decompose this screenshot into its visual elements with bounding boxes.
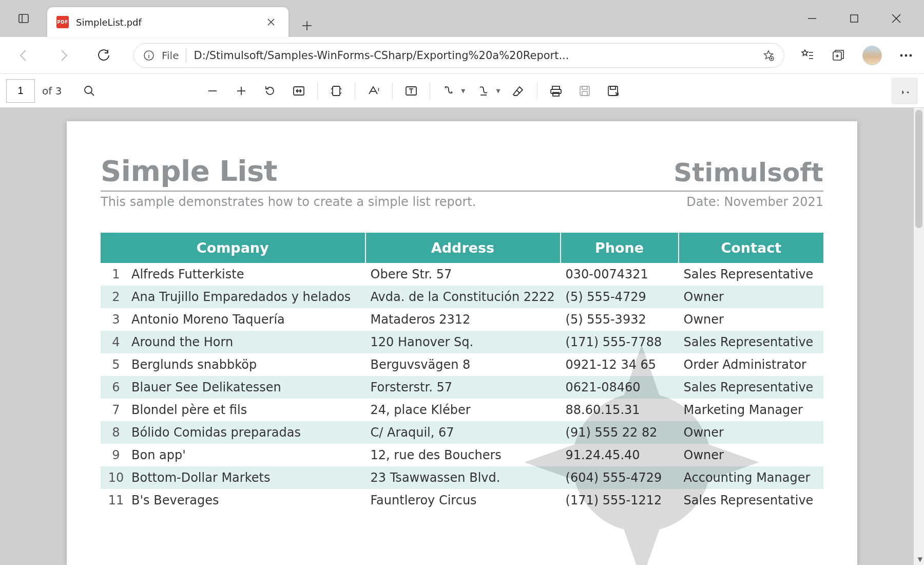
save-icon[interactable] <box>571 78 598 104</box>
favorite-icon[interactable] <box>762 49 775 62</box>
svg-rect-44 <box>608 86 618 96</box>
add-text-icon[interactable] <box>398 78 425 104</box>
report-date: Date: November 2021 <box>686 195 823 209</box>
settings-menu-icon[interactable] <box>899 53 913 58</box>
find-icon[interactable] <box>76 78 103 104</box>
report-title: Simple List <box>101 154 277 187</box>
column-header: Company <box>101 233 365 263</box>
cell-company: Berglunds snabbköp <box>131 353 365 376</box>
chevron-down-icon[interactable]: ▾ <box>496 86 500 96</box>
maximize-button[interactable] <box>847 11 861 26</box>
cell-address: Forsterstr. 57 <box>365 376 561 399</box>
row-index: 6 <box>101 376 131 399</box>
save-as-icon[interactable] <box>600 78 627 104</box>
svg-rect-31 <box>333 86 340 96</box>
site-info-icon[interactable] <box>143 50 155 61</box>
column-header: Contact <box>679 233 823 263</box>
cell-address: 120 Hanover Sq. <box>365 331 561 353</box>
table-row: 8Bólido Comidas preparadasC/ Araquil, 67… <box>101 421 823 444</box>
document-viewport[interactable]: Simple List Stimulsoft This sample demon… <box>0 108 924 565</box>
cell-address: Obere Str. 57 <box>365 263 561 286</box>
table-row: 4Around the Horn120 Hanover Sq.(171) 555… <box>101 331 823 353</box>
svg-point-24 <box>910 54 912 56</box>
row-index: 11 <box>101 489 131 512</box>
cell-phone: (5) 555-3932 <box>561 308 679 331</box>
row-index: 10 <box>101 466 131 489</box>
row-index: 5 <box>101 353 131 376</box>
row-index: 9 <box>101 444 131 466</box>
close-tab-icon[interactable] <box>263 14 279 30</box>
cell-contact: Owner <box>679 421 823 444</box>
close-window-button[interactable] <box>889 11 903 26</box>
page-number-input[interactable] <box>6 79 35 103</box>
pin-toolbar-icon[interactable] <box>891 78 918 104</box>
vertical-scrollbar[interactable]: ▼ <box>914 108 924 565</box>
highlight-icon[interactable] <box>470 78 497 104</box>
draw-icon[interactable] <box>435 78 462 104</box>
row-index: 3 <box>101 308 131 331</box>
cell-phone: (5) 555-4729 <box>561 286 679 308</box>
tab-actions-icon[interactable] <box>11 6 36 31</box>
browser-tab[interactable]: PDF SimpleList.pdf <box>47 7 288 37</box>
column-header: Address <box>365 233 561 263</box>
cell-contact: Owner <box>679 444 823 466</box>
svg-rect-42 <box>582 86 587 89</box>
cell-contact: Sales Representative <box>679 489 823 512</box>
pdf-file-icon: PDF <box>56 16 69 28</box>
pdf-page: Simple List Stimulsoft This sample demon… <box>67 121 857 565</box>
url-field[interactable]: File D:/Stimulsoft/Samples-WinForms-CSha… <box>133 43 784 68</box>
svg-rect-43 <box>582 91 587 96</box>
table-row: 9Bon app'12, rue des Bouchers91.24.45.40… <box>101 444 823 466</box>
svg-rect-41 <box>580 86 589 96</box>
page-view-icon[interactable] <box>323 78 350 104</box>
cell-phone: (91) 555 22 82 <box>561 421 679 444</box>
cell-contact: Sales Representative <box>679 376 823 399</box>
window-titlebar: PDF SimpleList.pdf <box>0 0 924 37</box>
row-index: 4 <box>101 331 131 353</box>
cell-company: Blondel père et fils <box>131 399 365 421</box>
scroll-down-icon[interactable]: ▼ <box>918 556 922 563</box>
svg-point-25 <box>85 86 92 93</box>
read-aloud-icon[interactable] <box>360 78 387 104</box>
zoom-out-icon[interactable] <box>199 78 226 104</box>
cell-company: Bólido Comidas preparadas <box>131 421 365 444</box>
svg-rect-7 <box>851 15 858 22</box>
zoom-in-icon[interactable] <box>228 78 255 104</box>
svg-line-26 <box>91 92 94 96</box>
collections-icon[interactable] <box>832 49 845 62</box>
chevron-down-icon[interactable]: ▾ <box>461 86 465 96</box>
forward-button[interactable] <box>51 43 76 68</box>
table-row: 1Alfreds FutterkisteObere Str. 57030-007… <box>101 263 823 286</box>
cell-address: 24, place Kléber <box>365 399 561 421</box>
url-scheme: File <box>162 49 179 62</box>
table-row: 7Blondel père et fils24, place Kléber88.… <box>101 399 823 421</box>
print-icon[interactable] <box>543 78 569 104</box>
fit-page-icon[interactable] <box>285 78 312 104</box>
tab-title: SimpleList.pdf <box>76 17 256 28</box>
minimize-button[interactable] <box>805 11 819 26</box>
cell-company: Antonio Moreno Taquería <box>131 308 365 331</box>
column-header: Phone <box>561 233 679 263</box>
report-subtitle: This sample demonstrates how to create a… <box>101 195 476 209</box>
table-row: 10Bottom-Dollar Markets23 Tsawwassen Blv… <box>101 466 823 489</box>
scrollbar-thumb[interactable] <box>915 110 922 228</box>
cell-contact: Sales Representative <box>679 263 823 286</box>
cell-contact: Sales Representative <box>679 331 823 353</box>
cell-address: Fauntleroy Circus <box>365 489 561 512</box>
table-row: 11B's BeveragesFauntleroy Circus(171) 55… <box>101 489 823 512</box>
cell-phone: (604) 555-4729 <box>561 466 679 489</box>
rotate-icon[interactable] <box>257 78 283 104</box>
new-tab-button[interactable] <box>296 14 318 37</box>
profile-avatar[interactable] <box>862 46 882 65</box>
favorites-list-icon[interactable] <box>800 48 814 63</box>
cell-address: Berguvsvägen 8 <box>365 353 561 376</box>
back-button[interactable] <box>11 43 36 68</box>
refresh-button[interactable] <box>91 43 116 68</box>
table-row: 2Ana Trujillo Emparedados y heladosAvda.… <box>101 286 823 308</box>
erase-icon[interactable] <box>505 78 532 104</box>
row-index: 8 <box>101 421 131 444</box>
svg-rect-45 <box>610 86 615 89</box>
svg-rect-0 <box>19 14 28 23</box>
report-brand: Stimulsoft <box>673 158 823 187</box>
cell-phone: (171) 555-7788 <box>561 331 679 353</box>
